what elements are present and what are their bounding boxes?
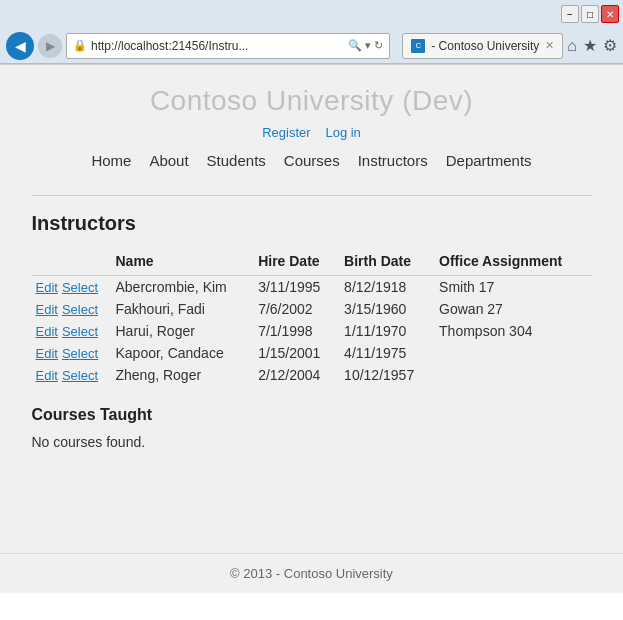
col-birth-date: Birth Date	[340, 249, 435, 276]
main-nav: Home About Students Courses Instructors …	[32, 152, 592, 175]
tab-title: - Contoso University	[431, 39, 539, 53]
address-bar-icons: 🔍 ▾ ↻	[348, 39, 383, 52]
nav-courses[interactable]: Courses	[284, 152, 340, 169]
table-row: Edit Select Harui, Roger 7/1/1998 1/11/1…	[32, 320, 592, 342]
edit-link-0[interactable]: Edit	[36, 280, 58, 295]
auth-links: Register Log in	[32, 125, 592, 140]
row-actions: Edit Select	[32, 298, 112, 320]
instructor-name-3: Kapoor, Candace	[112, 342, 255, 364]
minimize-button[interactable]: −	[561, 5, 579, 23]
nav-students[interactable]: Students	[207, 152, 266, 169]
nav-home[interactable]: Home	[91, 152, 131, 169]
col-hire-date: Hire Date	[254, 249, 340, 276]
birth-date-3: 4/11/1975	[340, 342, 435, 364]
instructor-name-2: Harui, Roger	[112, 320, 255, 342]
office-0: Smith 17	[435, 276, 591, 299]
office-4	[435, 364, 591, 386]
nav-instructors[interactable]: Instructors	[358, 152, 428, 169]
maximize-button[interactable]: □	[581, 5, 599, 23]
col-name: Name	[112, 249, 255, 276]
tab-favicon: C	[411, 39, 425, 53]
office-3	[435, 342, 591, 364]
office-2: Thompson 304	[435, 320, 591, 342]
nav-bar: ◀ ▶ 🔒 🔍 ▾ ↻ C - Contoso University ✕ ⌂ ★…	[0, 28, 623, 64]
select-link-1[interactable]: Select	[62, 302, 98, 317]
tab-close-button[interactable]: ✕	[545, 39, 554, 52]
table-row: Edit Select Fakhouri, Fadi 7/6/2002 3/15…	[32, 298, 592, 320]
col-actions	[32, 249, 112, 276]
home-icon[interactable]: ⌂	[567, 37, 577, 55]
login-link[interactable]: Log in	[325, 125, 360, 140]
header-row: Name Hire Date Birth Date Office Assignm…	[32, 249, 592, 276]
hire-date-4: 2/12/2004	[254, 364, 340, 386]
no-courses-message: No courses found.	[32, 434, 592, 450]
edit-link-2[interactable]: Edit	[36, 324, 58, 339]
row-actions: Edit Select	[32, 364, 112, 386]
hire-date-3: 1/15/2001	[254, 342, 340, 364]
table-body: Edit Select Abercrombie, Kim 3/11/1995 8…	[32, 276, 592, 387]
table-header: Name Hire Date Birth Date Office Assignm…	[32, 249, 592, 276]
birth-date-0: 8/12/1918	[340, 276, 435, 299]
hire-date-1: 7/6/2002	[254, 298, 340, 320]
row-actions: Edit Select	[32, 342, 112, 364]
row-actions: Edit Select	[32, 320, 112, 342]
edit-link-3[interactable]: Edit	[36, 346, 58, 361]
edit-link-4[interactable]: Edit	[36, 368, 58, 383]
refresh-icon[interactable]: ↻	[374, 39, 383, 52]
search-icon[interactable]: 🔍	[348, 39, 362, 52]
birth-date-4: 10/12/1957	[340, 364, 435, 386]
birth-date-1: 3/15/1960	[340, 298, 435, 320]
site-title: Contoso University (Dev)	[32, 85, 592, 117]
close-button[interactable]: ✕	[601, 5, 619, 23]
courses-section-header: Courses Taught	[32, 406, 592, 424]
hire-date-0: 3/11/1995	[254, 276, 340, 299]
url-input[interactable]	[91, 39, 344, 53]
page-footer: © 2013 - Contoso University	[0, 553, 623, 593]
settings-icon[interactable]: ⚙	[603, 36, 617, 55]
birth-date-2: 1/11/1970	[340, 320, 435, 342]
table-row: Edit Select Zheng, Roger 2/12/2004 10/12…	[32, 364, 592, 386]
browser-chrome: − □ ✕ ◀ ▶ 🔒 🔍 ▾ ↻ C - Contoso University…	[0, 0, 623, 65]
nav-departments[interactable]: Departments	[446, 152, 532, 169]
header-divider	[32, 195, 592, 196]
table-row: Edit Select Kapoor, Candace 1/15/2001 4/…	[32, 342, 592, 364]
select-link-2[interactable]: Select	[62, 324, 98, 339]
favorites-icon[interactable]: ★	[583, 36, 597, 55]
select-link-4[interactable]: Select	[62, 368, 98, 383]
page-heading: Instructors	[32, 212, 592, 235]
nav-about[interactable]: About	[149, 152, 188, 169]
forward-button[interactable]: ▶	[38, 34, 62, 58]
address-bar[interactable]: 🔒 🔍 ▾ ↻	[66, 33, 390, 59]
dropdown-icon[interactable]: ▾	[365, 39, 371, 52]
table-row: Edit Select Abercrombie, Kim 3/11/1995 8…	[32, 276, 592, 299]
instructor-name-4: Zheng, Roger	[112, 364, 255, 386]
back-icon: ◀	[15, 38, 26, 54]
toolbar-icons: ⌂ ★ ⚙	[567, 36, 617, 55]
title-bar: − □ ✕	[0, 0, 623, 28]
row-actions: Edit Select	[32, 276, 112, 299]
select-link-0[interactable]: Select	[62, 280, 98, 295]
instructors-table: Name Hire Date Birth Date Office Assignm…	[32, 249, 592, 386]
col-office: Office Assignment	[435, 249, 591, 276]
footer-text: © 2013 - Contoso University	[230, 566, 393, 581]
url-icon: 🔒	[73, 39, 87, 52]
instructor-name-1: Fakhouri, Fadi	[112, 298, 255, 320]
edit-link-1[interactable]: Edit	[36, 302, 58, 317]
hire-date-2: 7/1/1998	[254, 320, 340, 342]
browser-tab[interactable]: C - Contoso University ✕	[402, 33, 563, 59]
select-link-3[interactable]: Select	[62, 346, 98, 361]
back-button[interactable]: ◀	[6, 32, 34, 60]
page-content: Contoso University (Dev) Register Log in…	[0, 65, 623, 593]
office-1: Gowan 27	[435, 298, 591, 320]
forward-icon: ▶	[46, 39, 55, 53]
instructor-name-0: Abercrombie, Kim	[112, 276, 255, 299]
register-link[interactable]: Register	[262, 125, 310, 140]
page-inner: Contoso University (Dev) Register Log in…	[12, 65, 612, 553]
